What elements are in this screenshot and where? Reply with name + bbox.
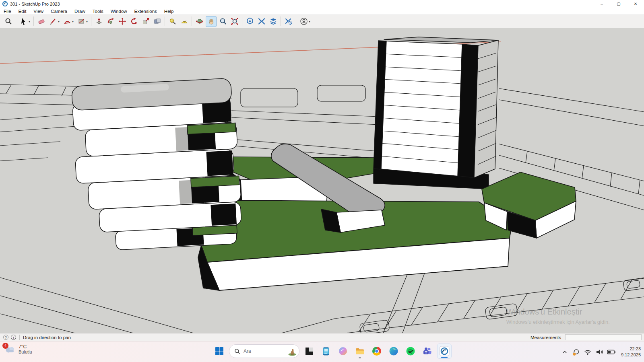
viewport-canvas[interactable] (0, 28, 644, 333)
toolbar: ▾ ▾ ▾ ▾ (0, 15, 644, 28)
minimize-button[interactable]: – (593, 0, 610, 8)
close-button[interactable]: ✕ (627, 0, 644, 8)
measurements-label: Measurements (530, 335, 561, 340)
zoom-extents-icon (231, 17, 239, 25)
volume-icon[interactable] (595, 348, 603, 356)
pan-tool-button[interactable] (206, 16, 217, 27)
system-tray: 22:23 9.12.2025 (561, 341, 641, 362)
weather-alert-badge: 4 (2, 343, 8, 349)
taskbar-app-copilot[interactable] (336, 343, 350, 359)
menu-view[interactable]: View (30, 8, 47, 15)
follow-me-tool-button[interactable] (105, 16, 116, 27)
menu-camera[interactable]: Camera (47, 8, 71, 15)
move-icon (118, 17, 126, 25)
update-sync-icon[interactable] (572, 348, 580, 356)
menu-tools[interactable]: Tools (89, 8, 107, 15)
taskbar-search-box[interactable] (229, 344, 299, 358)
menu-edit[interactable]: Edit (15, 8, 30, 15)
share-model-layers-icon (269, 17, 277, 25)
tape-measure-icon (169, 17, 177, 25)
taskbar-app-file-explorer[interactable] (353, 343, 367, 359)
menu-draw[interactable]: Draw (71, 8, 89, 15)
eraser-tool-button[interactable] (36, 16, 47, 27)
arc-tool-button[interactable] (62, 16, 72, 27)
wifi-icon[interactable] (584, 348, 592, 356)
line-tool-button[interactable] (47, 16, 58, 27)
search-icon (234, 348, 240, 354)
select-tool-button[interactable] (18, 16, 29, 27)
rectangle-dropdown-caret[interactable]: ▾ (86, 20, 89, 23)
zoom-tool-button[interactable] (217, 16, 228, 27)
tower-building[interactable] (374, 37, 498, 189)
help-icon[interactable]: ? (3, 335, 8, 340)
rotate-icon (130, 17, 138, 25)
orbit-icon (196, 17, 204, 25)
follow-me-icon (107, 17, 115, 25)
share-model-button[interactable] (268, 16, 279, 27)
extension-manager-button[interactable] (283, 16, 294, 27)
sketchup-logo-icon (2, 1, 8, 6)
battery-icon[interactable] (607, 348, 616, 356)
rotate-tool-button[interactable] (128, 16, 139, 27)
zoom-extents-tool-button[interactable] (229, 16, 240, 27)
offset-icon (153, 17, 161, 25)
pencil-icon (49, 17, 57, 25)
3d-warehouse-icon (246, 17, 254, 25)
measurements-input[interactable] (565, 334, 642, 340)
select-dropdown-caret[interactable]: ▾ (29, 20, 32, 23)
rectangle-tool-button[interactable] (76, 16, 87, 27)
menu-extensions[interactable]: Extensions (131, 8, 161, 15)
chrome-icon (372, 346, 382, 356)
taskbar-app-notepad[interactable] (319, 343, 333, 359)
taskbar-app-sketchup[interactable] (437, 343, 452, 359)
sketchup-taskbar-icon (439, 346, 450, 356)
arc-dropdown-caret[interactable]: ▾ (72, 20, 75, 23)
taskbar-app-chrome[interactable] (369, 343, 384, 359)
menu-help[interactable]: Help (161, 8, 178, 15)
tray-chevron-up-icon[interactable] (561, 348, 568, 356)
info-icon[interactable]: i (11, 335, 16, 340)
scale-tool-button[interactable] (140, 16, 151, 27)
teams-icon (423, 346, 432, 356)
taskbar-app-dark[interactable] (302, 343, 316, 359)
search-input[interactable] (244, 348, 287, 354)
arc-icon (63, 17, 71, 25)
account-button[interactable] (298, 16, 309, 27)
search-tool-button[interactable] (3, 16, 14, 27)
extension-warehouse-button[interactable] (256, 16, 267, 27)
notepad-icon (321, 346, 331, 356)
status-bar: ? i Drag in direction to pan Measurement… (0, 333, 644, 341)
tape-measure-tool-button[interactable] (167, 16, 178, 27)
account-dropdown-caret[interactable]: ▾ (309, 20, 312, 23)
select-arrow-icon (20, 17, 28, 25)
dark-app-icon (304, 346, 314, 356)
weather-condition: Bulutlu (19, 350, 32, 355)
offset-tool-button[interactable] (152, 16, 163, 27)
taskbar-app-edge[interactable] (386, 343, 401, 359)
menu-file[interactable]: File (0, 8, 15, 15)
taskbar-app-teams[interactable] (420, 343, 435, 359)
move-tool-button[interactable] (117, 16, 128, 27)
extension-warehouse-icon (258, 17, 266, 25)
eraser-icon (37, 17, 45, 25)
search-highlight-deer-icon (287, 346, 297, 356)
tray-clock[interactable]: 22:23 9.12.2025 (621, 346, 641, 358)
maximize-button[interactable]: ▢ (610, 0, 627, 8)
close-icon: ✕ (634, 2, 637, 6)
push-pull-tool-button[interactable] (93, 16, 104, 27)
zoom-icon (219, 17, 227, 25)
account-icon (300, 17, 308, 25)
menu-window[interactable]: Window (107, 8, 131, 15)
start-button[interactable] (212, 343, 227, 359)
taskbar-app-spotify[interactable] (403, 343, 418, 359)
title-bar: 301 - SketchUp Pro 2023 – ▢ ✕ (0, 0, 644, 8)
pan-hand-icon (207, 17, 215, 25)
menu-bar: File Edit View Camera Draw Tools Window … (0, 8, 644, 15)
line-dropdown-caret[interactable]: ▾ (58, 20, 61, 23)
copilot-icon (338, 346, 348, 356)
3d-warehouse-button[interactable] (244, 16, 255, 27)
window-title: 301 - SketchUp Pro 2023 (10, 2, 60, 6)
protractor-tool-button[interactable] (179, 16, 190, 27)
orbit-tool-button[interactable] (194, 16, 205, 27)
weather-widget[interactable]: 4 7°C Bulutlu (4, 344, 32, 355)
